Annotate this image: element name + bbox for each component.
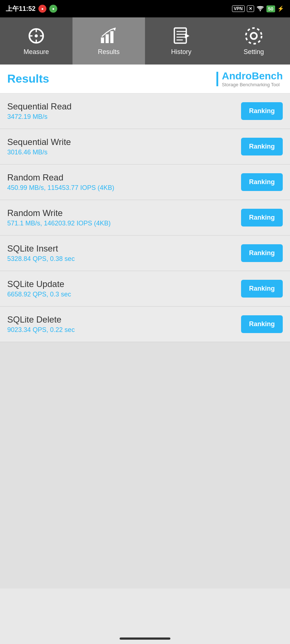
result-info-rand-write: Random Write 571.1 MB/s, 146203.92 IOPS … [7,208,241,227]
result-item-rand-read: Random Read 450.99 MB/s, 115453.77 IOPS … [0,165,290,200]
tab-history[interactable]: History [145,17,218,65]
ranking-btn-seq-write[interactable]: Ranking [241,138,283,155]
tab-history-label: History [171,48,191,56]
tab-results-label: Results [98,48,120,56]
results-icon [99,26,118,45]
battery-display: 50 [266,5,275,12]
time-display: 上午11:52 [6,4,36,13]
result-info-seq-read: Sequential Read 3472.19 MB/s [7,101,241,121]
history-icon [172,26,191,45]
ranking-btn-sqlite-insert[interactable]: Ranking [241,244,283,262]
result-name-rand-write: Random Write [7,208,241,218]
ranking-btn-rand-read[interactable]: Ranking [241,173,283,191]
result-value-sqlite-update: 6658.92 QPS, 0.3 sec [7,291,241,298]
result-value-sqlite-delete: 9023.34 QPS, 0.22 sec [7,326,241,334]
results-header: Results AndroBench Storage Benchmarking … [0,65,290,94]
svg-point-18 [246,28,261,43]
result-name-seq-read: Sequential Read [7,101,241,112]
result-info-sqlite-update: SQLite Update 6658.92 QPS, 0.3 sec [7,279,241,298]
tab-setting[interactable]: Setting [218,17,290,65]
result-item-sqlite-delete: SQLite Delete 9023.34 QPS, 0.22 sec Rank… [0,307,290,342]
brand-name: AndroBench [222,70,283,82]
status-left: 上午11:52 ● ● [6,4,57,13]
status-bar: 上午11:52 ● ● VPN ✕ 50 ⚡ [0,0,290,17]
app-icon-red: ● [38,5,46,13]
svg-rect-9 [110,31,113,43]
svg-rect-8 [105,34,109,43]
empty-area [0,342,290,589]
result-item-seq-read: Sequential Read 3472.19 MB/s Ranking [0,94,290,129]
result-item-sqlite-update: SQLite Update 6658.92 QPS, 0.3 sec Ranki… [0,271,290,307]
svg-point-0 [260,10,261,11]
result-name-sqlite-delete: SQLite Delete [7,315,241,325]
result-info-rand-read: Random Read 450.99 MB/s, 115453.77 IOPS … [7,173,241,192]
home-indicator [120,637,170,640]
svg-point-17 [250,33,257,39]
measure-icon [27,26,46,45]
setting-icon [244,26,263,45]
status-right: VPN ✕ 50 ⚡ [232,5,284,12]
brand-name-1: Andro [222,70,252,82]
svg-marker-16 [185,33,189,38]
tab-measure-label: Measure [24,48,49,56]
brand-name-2: Bench [252,70,283,82]
result-name-rand-read: Random Read [7,173,241,183]
brand-bar [216,72,218,86]
ranking-btn-seq-read[interactable]: Ranking [241,102,283,120]
result-name-sqlite-insert: SQLite Insert [7,244,241,254]
svg-rect-11 [174,28,186,43]
result-info-sqlite-delete: SQLite Delete 9023.34 QPS, 0.22 sec [7,315,241,334]
brand-logo: AndroBench Storage Benchmarking Tool [216,70,283,87]
ranking-btn-sqlite-update[interactable]: Ranking [241,280,283,298]
vpn-badge: VPN [232,5,245,12]
brand-tagline: Storage Benchmarking Tool [222,82,283,87]
tab-measure[interactable]: Measure [0,17,72,65]
x-badge: ✕ [247,5,254,12]
wifi-icon [256,5,264,12]
result-name-seq-write: Sequential Write [7,137,241,147]
result-value-rand-read: 450.99 MB/s, 115453.77 IOPS (4KB) [7,184,241,192]
result-value-seq-read: 3472.19 MB/s [7,113,241,121]
result-info-sqlite-insert: SQLite Insert 5328.84 QPS, 0.38 sec [7,244,241,263]
app-icon-green: ● [49,5,57,13]
svg-rect-7 [101,37,104,43]
result-name-sqlite-update: SQLite Update [7,279,241,289]
nav-tabs: Measure Results History Setting [0,17,290,65]
tab-setting-label: Setting [244,48,264,56]
result-value-seq-write: 3016.46 MB/s [7,149,241,156]
ranking-btn-rand-write[interactable]: Ranking [241,209,283,227]
result-item-seq-write: Sequential Write 3016.46 MB/s Ranking [0,129,290,165]
result-value-sqlite-insert: 5328.84 QPS, 0.38 sec [7,255,241,263]
charging-icon: ⚡ [277,5,284,12]
results-page-title: Results [7,72,49,86]
result-item-sqlite-insert: SQLite Insert 5328.84 QPS, 0.38 sec Rank… [0,236,290,271]
tab-results[interactable]: Results [72,17,145,65]
results-list: Sequential Read 3472.19 MB/s Ranking Seq… [0,94,290,342]
ranking-btn-sqlite-delete[interactable]: Ranking [241,315,283,333]
result-value-rand-write: 571.1 MB/s, 146203.92 IOPS (4KB) [7,220,241,227]
svg-point-2 [35,34,38,37]
result-info-seq-write: Sequential Write 3016.46 MB/s [7,137,241,156]
result-item-rand-write: Random Write 571.1 MB/s, 146203.92 IOPS … [0,200,290,236]
